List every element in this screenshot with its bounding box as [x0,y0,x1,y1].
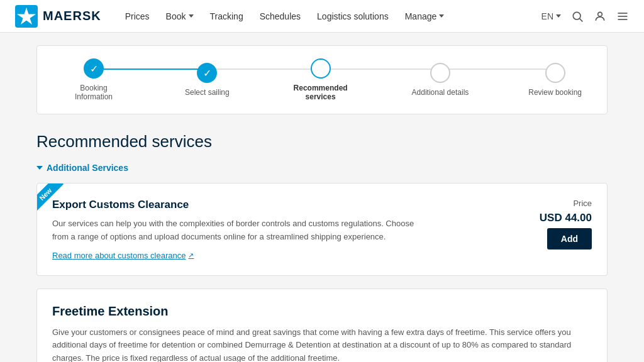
step-label-4: Additional details [412,88,469,97]
step-label-3: Recommended services [289,84,352,101]
card-content: Export Customs Clearance Our services ca… [52,199,430,260]
step-circle-1: ✓ [84,58,104,79]
svg-point-4 [598,12,602,16]
card-price-area: Price USD 44.00 Add [497,199,592,250]
additional-services-toggle[interactable]: Additional Services [36,163,608,173]
step-circle-2: ✓ [197,63,217,83]
card-title: Export Customs Clearance [52,199,430,211]
step-label-1: Booking Information [62,84,125,101]
search-button[interactable] [571,10,584,23]
search-icon [571,10,584,23]
price-value: USD 44.00 [540,212,592,224]
page-title: Recommended services [36,132,608,151]
card-description: Our services can help you with the compl… [52,217,430,244]
price-label: Price [573,199,592,208]
lang-chevron-icon [556,14,561,18]
logo[interactable]: MAERSK [15,5,101,28]
new-badge: New [37,184,75,221]
user-icon [594,10,606,23]
hamburger-icon [616,10,629,23]
step-label-5: Review booking [528,88,582,97]
add-button[interactable]: Add [547,228,592,250]
card-inner: Export Customs Clearance Our services ca… [52,199,592,260]
external-link-icon: ↗ [188,251,194,260]
nav-logistics[interactable]: Logistics solutions [311,6,395,26]
step-circle-4 [430,63,450,83]
freetime-title: Freetime Extension [52,304,592,319]
nav-schedules[interactable]: Schedules [253,6,307,26]
logo-text: MAERSK [43,9,101,23]
maersk-logo-icon [15,5,38,28]
progress-steps: ✓ Booking Information ✓ Select sailing R… [62,58,582,101]
navbar: MAERSK Prices Book Tracking Schedules Lo… [0,0,644,33]
additional-services-label: Additional Services [47,163,128,173]
menu-button[interactable] [616,10,629,23]
main-content: ✓ Booking Information ✓ Select sailing R… [26,33,618,362]
card-read-more-link[interactable]: Read more about customs clearance ↗ [52,251,194,260]
freetime-card: Freetime Extension Give your customers o… [36,288,608,362]
svg-line-3 [580,18,583,21]
language-selector[interactable]: EN [541,11,561,21]
nav-links: Prices Book Tracking Schedules Logistics… [119,6,541,26]
export-customs-card: New Export Customs Clearance Our service… [36,183,608,276]
svg-point-2 [573,12,580,19]
manage-chevron-icon [439,14,444,18]
nav-tracking[interactable]: Tracking [204,6,250,26]
step-recommended-services: Recommended services [289,58,352,101]
step-additional-details: Additional details [412,63,469,97]
toggle-chevron-icon [36,166,43,170]
nav-manage[interactable]: Manage [399,6,451,26]
book-chevron-icon [189,14,194,18]
nav-prices[interactable]: Prices [119,6,156,26]
new-badge-text: New [37,184,64,212]
step-booking-info: ✓ Booking Information [62,58,125,101]
step-circle-3 [311,58,331,79]
progress-container: ✓ Booking Information ✓ Select sailing R… [36,45,608,114]
user-button[interactable] [594,10,606,23]
nav-book[interactable]: Book [160,6,200,26]
step-circle-5 [545,63,565,83]
nav-right: EN [541,10,629,23]
step-label-2: Select sailing [185,88,230,97]
step-review-booking: Review booking [528,63,582,97]
step-select-sailing: ✓ Select sailing [185,63,230,97]
freetime-description: Give your customers or consignees peace … [52,326,592,362]
